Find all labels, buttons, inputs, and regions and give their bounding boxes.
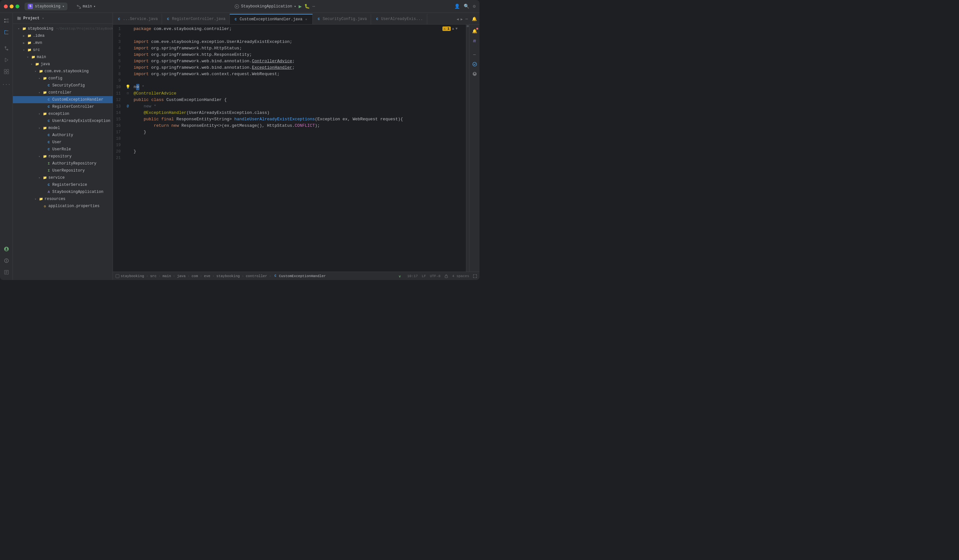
sidebar-item-components[interactable] xyxy=(1,67,12,77)
tree-item-repository[interactable]: ▾ 📁 repository xyxy=(13,153,113,160)
titlebar-center: StaybookingApplication ▾ ▶ 🐛 ⋯ xyxy=(98,3,451,10)
search-icon[interactable]: 🔍 xyxy=(464,3,469,9)
readonly-icon[interactable] xyxy=(444,274,448,278)
java-class-icon: C xyxy=(46,83,51,88)
sidebar-item-vcs[interactable] xyxy=(1,43,12,54)
code-lines[interactable]: package com.eve.staybooking.controller; … xyxy=(131,26,466,272)
vim-status[interactable]: V xyxy=(399,274,403,278)
line-num-5: 5 xyxy=(113,52,121,58)
tree-item-idea[interactable]: ▶ 📁 .idea xyxy=(13,32,113,39)
notification-icon[interactable]: 🔔 xyxy=(472,16,477,22)
gutter-fold-11[interactable]: ⊟ xyxy=(124,90,131,97)
folder-icon: 📁 xyxy=(43,154,47,159)
sidebar-item-git[interactable] xyxy=(1,267,12,277)
tab-scroll-left[interactable]: ◀ xyxy=(457,17,459,21)
tree-label: controller xyxy=(48,90,72,95)
warning-indicator[interactable]: ⚠ 1 ▲ ▼ xyxy=(442,27,457,31)
run-icon[interactable]: ▶ xyxy=(299,3,302,10)
tab-custom-exception-handler[interactable]: C CustomExceptionHandler.java ✕ xyxy=(230,14,313,24)
more-icon[interactable]: ⋯ xyxy=(312,3,315,9)
tab-register-controller[interactable]: C RegisterController.java xyxy=(162,14,230,24)
scrollbar[interactable] xyxy=(466,24,469,272)
run-config-chevron: ▾ xyxy=(294,5,296,8)
no-arrow xyxy=(41,84,45,88)
nav-up-icon[interactable]: ▲ xyxy=(452,27,454,31)
sidebar-item-avatar[interactable] xyxy=(1,244,12,254)
tree-item-package[interactable]: ▾ 📁 com.eve.staybooking xyxy=(13,68,113,75)
sidebar-item-run[interactable] xyxy=(1,55,12,65)
settings-icon[interactable]: ⚙ xyxy=(473,3,476,9)
indent-setting[interactable]: 4 spaces xyxy=(452,274,469,278)
tree-item-resources[interactable]: ▾ 📁 resources xyxy=(13,196,113,202)
tree-item-register-service[interactable]: C RegisterService xyxy=(13,181,113,188)
right-icon-m[interactable]: m xyxy=(470,37,479,45)
tab-service-java[interactable]: C ...Service.java xyxy=(113,14,162,24)
tree-item-root[interactable]: ▾ 📁 staybooking ~/Desktop/Projects/StayB… xyxy=(13,25,113,32)
tree-item-app[interactable]: A StaybookingApplication xyxy=(13,188,113,196)
code-line-1: package com.eve.staybooking.controller; xyxy=(134,26,466,32)
tab-security-config[interactable]: C SecurityConfig.java xyxy=(313,14,371,24)
tree-item-mvn[interactable]: ▶ 📁 .mvn xyxy=(13,39,113,46)
code-line-8: import org.springframework.web.context.r… xyxy=(134,71,466,78)
cursor-position[interactable]: 10:17 xyxy=(407,274,418,278)
tree-item-user[interactable]: C User xyxy=(13,139,113,146)
tree-item-security-config[interactable]: C SecurityConfig xyxy=(13,82,113,89)
tree-item-register-controller[interactable]: C RegisterController xyxy=(13,103,113,110)
tree-item-app-properties[interactable]: ⚙ application.properties xyxy=(13,202,113,210)
breadcrumb-java: java xyxy=(177,274,186,278)
tree-item-src[interactable]: ▾ 📁 src xyxy=(13,46,113,54)
maximize-button[interactable] xyxy=(16,5,19,8)
tab-scroll-right[interactable]: ▶ xyxy=(461,17,463,21)
minimize-button[interactable] xyxy=(10,5,14,8)
folder-icon xyxy=(17,16,21,21)
panel-title: Project xyxy=(23,16,39,21)
debug-icon[interactable]: 🐛 xyxy=(304,3,310,9)
tree-item-controller[interactable]: ▾ 📁 controller xyxy=(13,89,113,96)
tab-close-button[interactable]: ✕ xyxy=(304,17,309,22)
tree-label: repository xyxy=(48,154,72,159)
nav-down-icon[interactable]: ▼ xyxy=(455,27,457,31)
tree-item-authority[interactable]: C Authority xyxy=(13,132,113,139)
right-icon-user[interactable] xyxy=(470,70,479,78)
titlebar: S staybooking ▾ main ▾ StaybookingApplic… xyxy=(0,0,480,13)
tree-item-authority-repo[interactable]: I AuthorityRepository xyxy=(13,160,113,167)
tree-item-custom-exception-handler[interactable]: C CustomExceptionHandler xyxy=(13,96,113,103)
project-switcher[interactable]: S staybooking ▾ xyxy=(24,3,67,10)
run-configuration[interactable]: StaybookingApplication ▾ xyxy=(234,4,296,9)
warning-count: ⚠ 1 xyxy=(442,27,451,31)
branch-switcher[interactable]: main ▾ xyxy=(76,4,96,9)
tab-menu-button[interactable]: ⋯ xyxy=(465,16,468,22)
sidebar-item-problems[interactable] xyxy=(1,256,12,266)
tree-item-user-already-exist[interactable]: C UserAlreadyExistException xyxy=(13,118,113,124)
right-icon-notification[interactable]: 🔔 xyxy=(470,27,479,35)
line-ending[interactable]: LF xyxy=(422,274,426,278)
tree-item-model[interactable]: ▾ 📁 model xyxy=(13,124,113,132)
encoding[interactable]: UTF-8 xyxy=(430,274,440,278)
tree-label: staybooking xyxy=(28,27,53,31)
tree-item-config[interactable]: ▾ 📁 config xyxy=(13,75,113,82)
code-line-13: new * xyxy=(134,103,466,110)
sidebar-item-more[interactable]: ··· xyxy=(1,80,12,90)
gutter-lightbulb[interactable]: 💡 xyxy=(124,84,131,90)
gutter-at-13[interactable]: @ xyxy=(124,103,131,110)
profile-icon[interactable]: 👤 xyxy=(454,3,460,9)
expand-arrow: ▾ xyxy=(37,154,41,158)
tab-user-already-exist[interactable]: C UserAlreadyExis... xyxy=(371,14,427,24)
close-button[interactable] xyxy=(4,5,8,8)
code-scroll-area[interactable]: 1 2 3 4 5 6 7 8 9 10 11 12 13 xyxy=(113,24,466,272)
tree-item-user-repo[interactable]: I UserRepository xyxy=(13,167,113,174)
tree-item-exception[interactable]: ▾ 📁 exception xyxy=(13,110,113,118)
sidebar-item-explorer[interactable] xyxy=(1,16,12,26)
tree-item-user-role[interactable]: C UserRole xyxy=(13,146,113,153)
folder-icon: 📁 xyxy=(31,55,35,59)
maximize-editor[interactable] xyxy=(473,274,477,278)
right-icon-ai[interactable] xyxy=(470,60,479,68)
tree-label: src xyxy=(33,48,40,52)
tree-item-main[interactable]: ▾ 📁 main xyxy=(13,54,113,60)
scrollbar-thumb[interactable] xyxy=(467,25,469,27)
sidebar-item-project[interactable] xyxy=(1,27,12,37)
tree-item-service[interactable]: ▾ 📁 service xyxy=(13,174,113,181)
status-left: staybooking › src › main › java › com › … xyxy=(116,274,399,278)
right-icon-collapse[interactable]: — xyxy=(470,50,479,59)
tree-item-java[interactable]: ▾ 📁 java xyxy=(13,60,113,68)
